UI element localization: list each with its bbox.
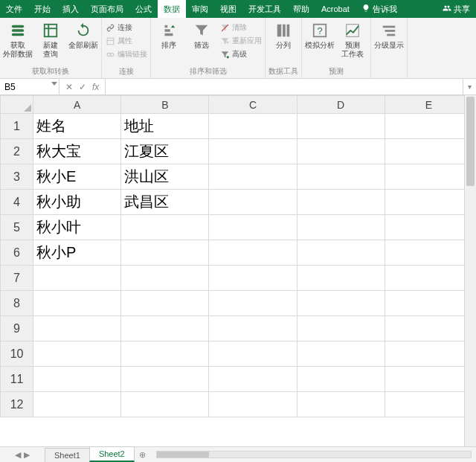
- menu-tab-6[interactable]: 审阅: [186, 0, 214, 18]
- row-header[interactable]: 4: [1, 190, 33, 215]
- cell[interactable]: [297, 316, 385, 341]
- cell[interactable]: [385, 190, 464, 215]
- menu-tab-0[interactable]: 文件: [0, 0, 28, 18]
- cell[interactable]: 地址: [121, 114, 209, 139]
- cell[interactable]: [209, 266, 297, 291]
- cell[interactable]: [209, 139, 297, 164]
- cell[interactable]: [297, 114, 385, 139]
- text-to-columns-button[interactable]: 分列: [268, 20, 298, 50]
- row-header[interactable]: 6: [1, 240, 33, 266]
- fx-button[interactable]: fx: [92, 82, 99, 92]
- formula-input[interactable]: [106, 82, 463, 92]
- row-header[interactable]: 10: [1, 341, 33, 367]
- cell[interactable]: [33, 341, 121, 367]
- cell[interactable]: [121, 367, 209, 392]
- cell[interactable]: [121, 266, 209, 291]
- new-query-button[interactable]: 新建 查询: [36, 20, 65, 59]
- add-sheet-button[interactable]: ⊕: [134, 447, 152, 462]
- cell[interactable]: 秋小E: [33, 164, 121, 190]
- cell[interactable]: 秋大宝: [33, 139, 121, 164]
- cell[interactable]: [385, 367, 464, 392]
- row-header[interactable]: 8: [1, 291, 33, 316]
- cell[interactable]: [297, 190, 385, 215]
- cell[interactable]: [33, 291, 121, 316]
- grid[interactable]: ABCDE 1姓名地址2秋大宝江夏区3秋小E洪山区4秋小助武昌区5秋小叶6秋小P…: [0, 95, 464, 417]
- chevron-down-icon[interactable]: [51, 82, 57, 86]
- cell[interactable]: 洪山区: [121, 164, 209, 190]
- sheet-tab[interactable]: Sheet1: [45, 448, 90, 462]
- cell[interactable]: [385, 341, 464, 367]
- cell[interactable]: [385, 291, 464, 316]
- row-header[interactable]: 11: [1, 367, 33, 392]
- cell[interactable]: [385, 164, 464, 190]
- cell[interactable]: [209, 291, 297, 316]
- vertical-scrollbar[interactable]: [464, 95, 476, 446]
- tell-me[interactable]: 告诉我: [356, 0, 403, 18]
- scrollbar-thumb[interactable]: [466, 97, 475, 186]
- properties-button[interactable]: 属性: [105, 35, 147, 47]
- cell[interactable]: [297, 139, 385, 164]
- menu-tab-7[interactable]: 视图: [214, 0, 242, 18]
- cell[interactable]: [121, 392, 209, 417]
- row-header[interactable]: 9: [1, 316, 33, 341]
- cell[interactable]: [209, 215, 297, 240]
- cell[interactable]: 江夏区: [121, 139, 209, 164]
- advanced-button[interactable]: 高级: [219, 48, 262, 60]
- cell[interactable]: [209, 392, 297, 417]
- expand-formula-bar[interactable]: ▾: [463, 79, 476, 94]
- cell[interactable]: [385, 266, 464, 291]
- cell[interactable]: [121, 240, 209, 266]
- menu-tab-5[interactable]: 数据: [158, 0, 186, 18]
- scrollbar-thumb[interactable]: [157, 452, 209, 458]
- cell[interactable]: [297, 240, 385, 266]
- cell[interactable]: 秋小叶: [33, 215, 121, 240]
- sheet-tab[interactable]: Sheet2: [89, 446, 135, 462]
- cell[interactable]: [121, 215, 209, 240]
- whatif-button[interactable]: ?模拟分析: [305, 20, 335, 50]
- cell[interactable]: [385, 139, 464, 164]
- cell[interactable]: [121, 316, 209, 341]
- row-header[interactable]: 7: [1, 266, 33, 291]
- clear-filter-button[interactable]: 清除: [219, 22, 262, 33]
- cell[interactable]: [297, 266, 385, 291]
- cell[interactable]: [209, 114, 297, 139]
- cell[interactable]: [297, 164, 385, 190]
- horizontal-scrollbar[interactable]: [152, 447, 476, 462]
- forecast-button[interactable]: 预测 工作表: [338, 20, 367, 59]
- filter-button[interactable]: 筛选: [187, 20, 216, 50]
- column-header[interactable]: B: [121, 96, 209, 114]
- column-header[interactable]: A: [33, 96, 121, 114]
- cell[interactable]: [385, 114, 464, 139]
- connections-button[interactable]: 连接: [105, 22, 147, 33]
- cell[interactable]: [33, 392, 121, 417]
- row-header[interactable]: 1: [1, 114, 33, 139]
- column-header[interactable]: D: [297, 96, 385, 114]
- cell[interactable]: [121, 291, 209, 316]
- refresh-all-button[interactable]: 全部刷新: [68, 20, 98, 50]
- column-header[interactable]: E: [385, 96, 464, 114]
- menu-tab-3[interactable]: 页面布局: [85, 0, 129, 18]
- cell[interactable]: 秋小助: [33, 190, 121, 215]
- cell[interactable]: [33, 316, 121, 341]
- cell[interactable]: [33, 367, 121, 392]
- menu-tab-4[interactable]: 公式: [129, 0, 158, 18]
- outline-button[interactable]: 分级显示: [374, 20, 404, 50]
- cell[interactable]: 姓名: [33, 114, 121, 139]
- name-box[interactable]: [0, 79, 60, 94]
- tri-left-icon[interactable]: ◀: [15, 450, 21, 460]
- cell[interactable]: [33, 266, 121, 291]
- row-header[interactable]: 3: [1, 164, 33, 190]
- cell[interactable]: [385, 215, 464, 240]
- menu-tab-8[interactable]: 开发工具: [242, 0, 287, 18]
- cell[interactable]: [209, 190, 297, 215]
- cell[interactable]: [209, 164, 297, 190]
- menu-tab-2[interactable]: 插入: [57, 0, 85, 18]
- cell[interactable]: [209, 240, 297, 266]
- reapply-button[interactable]: 重新应用: [219, 35, 262, 47]
- cell[interactable]: [209, 341, 297, 367]
- name-box-input[interactable]: [4, 82, 54, 92]
- menu-tab-9[interactable]: 帮助: [287, 0, 315, 18]
- row-header[interactable]: 5: [1, 215, 33, 240]
- cell[interactable]: 秋小P: [33, 240, 121, 266]
- cell[interactable]: [385, 316, 464, 341]
